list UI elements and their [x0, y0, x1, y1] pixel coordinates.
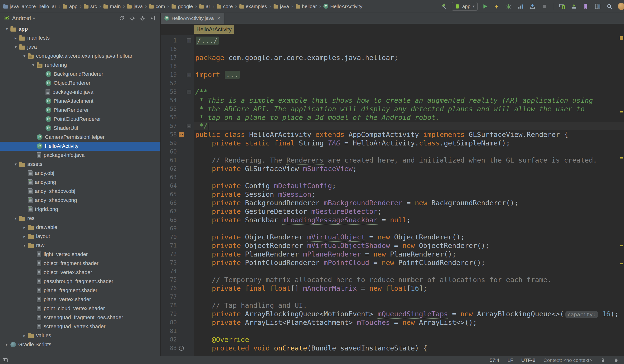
line-number[interactable]: 56	[162, 113, 177, 122]
avd-manager-icon[interactable]	[558, 2, 567, 11]
fold-collapse-icon[interactable]: −	[187, 124, 191, 128]
encoding-widget[interactable]: UTF-8	[521, 357, 536, 363]
expand-arrow-icon[interactable]: ▸	[3, 342, 10, 347]
code-line[interactable]: 76 private final float[] mAnchorMatrix =…	[161, 284, 624, 293]
tree-item-plane-vertex-shader[interactable]: plane_vertex.shader	[0, 295, 160, 304]
tree-item-light-vertex-shader[interactable]: light_vertex.shader	[0, 250, 160, 259]
collapse-arrow-icon[interactable]: ▾	[3, 26, 10, 31]
tree-item-point-cloud-vertex-shader[interactable]: point_cloud_vertex.shader	[0, 304, 160, 313]
tree-item-package-info-java[interactable]: package-info.java	[0, 151, 160, 160]
code-line[interactable]: 80 private ArrayList<PlaneAttachment> mT…	[161, 318, 624, 327]
code-line[interactable]: 53−/**	[161, 88, 624, 96]
line-number[interactable]: 69	[162, 224, 177, 233]
tab-helloaractivity-java[interactable]: C HelloArActivity.java ×	[161, 13, 224, 24]
tree-item-andy-obj[interactable]: andy.obj	[0, 169, 160, 178]
hector-icon[interactable]	[614, 358, 619, 363]
code-line[interactable]: 70 private ObjectRenderer mVirtualObject…	[161, 233, 624, 241]
collapse-arrow-icon[interactable]: ▾	[12, 162, 19, 167]
sync-icon[interactable]	[118, 14, 126, 22]
code-line[interactable]: 18	[161, 62, 624, 71]
run-config-selector[interactable]: app ▾	[452, 2, 478, 11]
line-number[interactable]: 75	[162, 276, 177, 284]
line-number[interactable]: 55	[162, 105, 177, 113]
code-line[interactable]: 57− */	[161, 122, 624, 130]
line-number[interactable]: 59	[162, 139, 177, 147]
code-line[interactable]: 72 private PlaneRenderer mPlaneRenderer …	[161, 250, 624, 259]
run-button[interactable]	[480, 2, 490, 11]
line-number[interactable]: 63	[162, 173, 177, 182]
tree-item-res[interactable]: ▾res	[0, 214, 160, 223]
line-number[interactable]: 53	[162, 88, 177, 96]
line-number[interactable]: 64	[162, 182, 177, 190]
close-icon[interactable]: ×	[217, 15, 220, 22]
tree-item-object-fragment-shader[interactable]: object_fragment.shader	[0, 259, 160, 268]
expand-arrow-icon[interactable]: ▸	[12, 36, 19, 41]
code-line[interactable]: 65 private Session mSession;	[161, 190, 624, 199]
line-number[interactable]: 72	[162, 250, 177, 259]
tree-item-rendering[interactable]: ▾rendering	[0, 60, 160, 70]
line-number[interactable]: 73	[162, 259, 177, 267]
nav-crumb[interactable]: java	[274, 3, 289, 9]
sdk-manager-icon[interactable]	[570, 2, 578, 11]
line-number[interactable]: 70	[162, 233, 177, 241]
code-line[interactable]: 73 private PointCloudRenderer mPointClou…	[161, 259, 624, 267]
go-to-related-icon[interactable]: <>	[179, 132, 184, 137]
tree-item-andy-shadow-png[interactable]: andy_shadow.png	[0, 196, 160, 205]
nav-crumb[interactable]: core	[217, 3, 233, 9]
tree-item-plane-fragment-shader[interactable]: plane_fragment.shader	[0, 286, 160, 295]
tree-item-camerapermissionhelper[interactable]: CCameraPermissionHelper	[0, 133, 160, 142]
tree-item-manifests[interactable]: ▸manifests	[0, 33, 160, 43]
line-number[interactable]: 67	[162, 207, 177, 216]
tree-item-objectrenderer[interactable]: CObjectRenderer	[0, 78, 160, 88]
code-line[interactable]: 16	[161, 45, 624, 53]
code-line[interactable]: 61 // Rendering. The Renderers are creat…	[161, 156, 624, 164]
nav-crumb[interactable]: src	[84, 3, 97, 9]
line-number[interactable]: 81	[162, 327, 177, 335]
lock-icon[interactable]	[600, 358, 605, 363]
line-number[interactable]: 62	[162, 164, 177, 173]
tree-item-object-vertex-shader[interactable]: object_vertex.shader	[0, 268, 160, 277]
nav-crumb[interactable]: helloar	[296, 3, 317, 9]
code-line[interactable]: 52	[161, 79, 624, 88]
line-number[interactable]: 61	[162, 156, 177, 164]
tree-item-screenquad-fragment-oes-shader[interactable]: screenquad_fragment_oes.shader	[0, 313, 160, 322]
collapse-arrow-icon[interactable]: ▾	[12, 216, 19, 221]
project-view-selector[interactable]: Android ▾	[3, 15, 35, 22]
nav-crumb[interactable]: CHelloArActivity	[323, 3, 362, 9]
collapse-arrow-icon[interactable]: ▾	[21, 54, 28, 59]
line-number[interactable]: 17	[162, 53, 177, 62]
line-number[interactable]: 79	[162, 310, 177, 318]
code-line[interactable]: 74	[161, 267, 624, 276]
tree-item-planerenderer[interactable]: CPlaneRenderer	[0, 105, 160, 115]
collapse-arrow-icon[interactable]: ▾	[21, 243, 28, 248]
code-area[interactable]: 1+/.../1617package com.google.ar.core.ex…	[161, 35, 624, 356]
tree-item-andy-shadow-obj[interactable]: andy_shadow.obj	[0, 187, 160, 196]
tree-item-layout[interactable]: ▸layout	[0, 232, 160, 241]
nav-crumb[interactable]: java	[127, 3, 143, 9]
stripe-warning-mark[interactable]	[620, 157, 623, 158]
nav-crumb[interactable]: com	[149, 3, 165, 9]
tree-item-app[interactable]: ▾app	[0, 25, 160, 33]
code-line[interactable]: 77	[161, 293, 624, 301]
avatar-icon[interactable]	[617, 2, 624, 11]
code-line[interactable]: 64 private Config mDefaultConfig;	[161, 182, 624, 190]
tree-item-java[interactable]: ▾java	[0, 43, 160, 52]
code-line[interactable]: 69	[161, 224, 624, 233]
line-number[interactable]: 52	[162, 79, 177, 88]
expand-arrow-icon[interactable]: ▸	[21, 333, 28, 338]
line-number[interactable]: 65	[162, 190, 177, 199]
code-line[interactable]: 68 private Snackbar mLoadingMessageSnack…	[161, 216, 624, 224]
code-line[interactable]: 66 private BackgroundRenderer mBackgroun…	[161, 199, 624, 207]
expand-arrow-icon[interactable]: ▸	[21, 234, 28, 239]
line-number[interactable]: 74	[162, 267, 177, 276]
code-line[interactable]: 75 // Temporary matrix allocated here to…	[161, 276, 624, 284]
nav-crumb[interactable]: examples	[239, 3, 267, 9]
device-manager-icon[interactable]	[581, 2, 590, 11]
stop-button[interactable]	[540, 2, 549, 11]
line-number[interactable]: 80	[162, 318, 177, 327]
line-number[interactable]: 77	[162, 293, 177, 301]
tree-item-planeattachment[interactable]: CPlaneAttachment	[0, 97, 160, 105]
code-line[interactable]: 54 * This is a simple example that shows…	[161, 96, 624, 105]
line-number[interactable]: 76	[162, 284, 177, 293]
hide-panel-icon[interactable]	[149, 14, 157, 22]
